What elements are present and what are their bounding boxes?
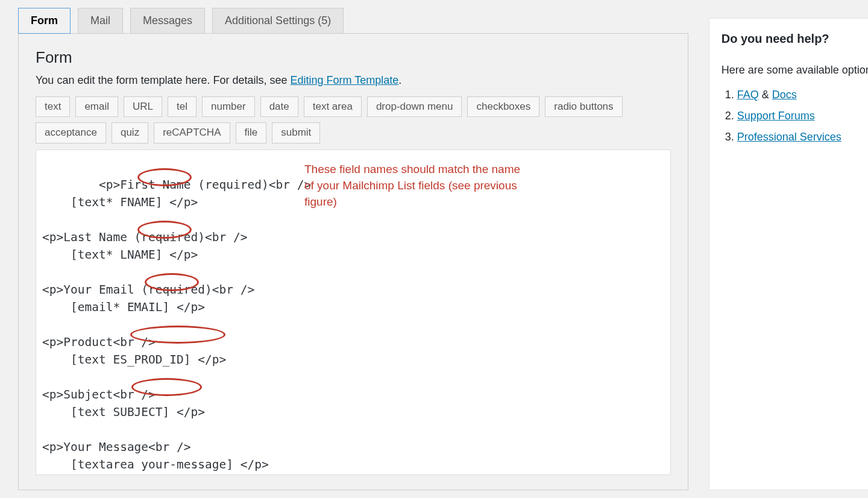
tag-quiz-button[interactable]: quiz [112, 122, 148, 143]
professional-services-link[interactable]: Professional Services [737, 131, 841, 143]
tag-date-button[interactable]: date [260, 96, 298, 117]
tag-tel-button[interactable]: tel [168, 96, 197, 117]
editing-form-template-link[interactable]: Editing Form Template [291, 74, 399, 86]
annotation-text: These field names should match the name … [304, 161, 521, 210]
panel-title: Form [36, 48, 671, 67]
form-template-textarea[interactable]: <p>First Name (required)<br /> [text* FN… [36, 150, 671, 475]
tag-radio-buttons-button[interactable]: radio buttons [545, 96, 622, 117]
faq-link[interactable]: FAQ [737, 89, 759, 101]
tab-messages[interactable]: Messages [130, 8, 205, 34]
tab-additional-settings[interactable]: Additional Settings (5) [212, 8, 344, 34]
tag-url-button[interactable]: URL [124, 96, 162, 117]
tag-drop-down-menu-button[interactable]: drop-down menu [367, 96, 462, 117]
sidebar-title: Do you need help? [722, 30, 856, 48]
tab-mail[interactable]: Mail [78, 8, 123, 34]
tag-submit-button[interactable]: submit [272, 122, 320, 143]
panel-intro: You can edit the form template here. For… [36, 74, 671, 87]
docs-link[interactable]: Docs [772, 89, 797, 101]
tag-email-button[interactable]: email [75, 96, 118, 117]
sidebar-text: Here are some available options to help … [722, 62, 856, 78]
tag-text-button[interactable]: text [36, 96, 70, 117]
support-forums-link[interactable]: Support Forums [737, 110, 815, 122]
tag-number-button[interactable]: number [202, 96, 255, 117]
form-panel: Form You can edit the form template here… [18, 33, 688, 490]
tag-text-area-button[interactable]: text area [304, 96, 362, 117]
tag-checkboxes-button[interactable]: checkboxes [467, 96, 539, 117]
help-sidebar: Do you need help? Here are some availabl… [709, 18, 868, 490]
sidebar-links: FAQ & Docs Support Forums Professional S… [722, 87, 856, 145]
tag-file-button[interactable]: file [236, 122, 267, 143]
tab-bar: Form Mail Messages Additional Settings (… [18, 7, 688, 33]
tag-generators: textemailURLtelnumberdatetext areadrop-d… [36, 96, 671, 143]
tag-acceptance-button[interactable]: acceptance [36, 122, 106, 143]
tag-recaptcha-button[interactable]: reCAPTCHA [154, 122, 230, 143]
form-template-code: <p>First Name (required)<br /> [text* FN… [42, 178, 311, 471]
tab-form[interactable]: Form [18, 8, 71, 34]
